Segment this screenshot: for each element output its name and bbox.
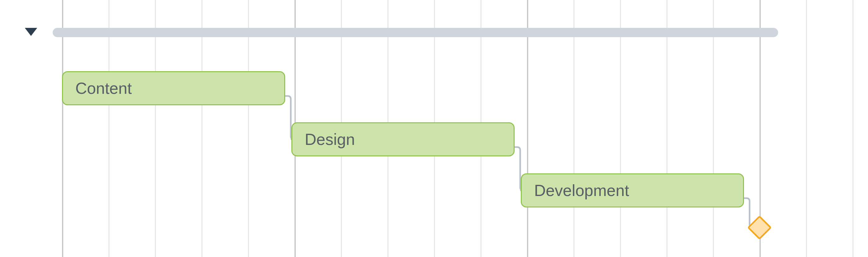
grid-line — [202, 0, 203, 257]
task-label: Design — [305, 130, 355, 149]
svg-marker-0 — [25, 28, 37, 36]
grid-line — [574, 0, 575, 257]
task-label: Content — [75, 79, 132, 98]
grid-line — [713, 0, 714, 257]
gantt-chart: ContentDesignDevelopment — [0, 0, 868, 257]
task-bar-design[interactable]: Design — [291, 122, 515, 156]
grid-line — [108, 0, 110, 257]
summary-task-bar[interactable] — [53, 28, 778, 37]
grid-line — [666, 0, 668, 257]
grid-line — [527, 0, 528, 257]
task-label: Development — [534, 181, 629, 200]
collapse-toggle-icon[interactable] — [25, 28, 37, 38]
grid-line — [852, 0, 854, 257]
grid-line — [806, 0, 807, 257]
grid-line — [155, 0, 156, 257]
task-bar-content[interactable]: Content — [62, 71, 285, 105]
grid-line — [620, 0, 621, 257]
task-bar-development[interactable]: Development — [521, 173, 744, 208]
grid-line — [62, 0, 63, 257]
grid-line — [248, 0, 249, 257]
